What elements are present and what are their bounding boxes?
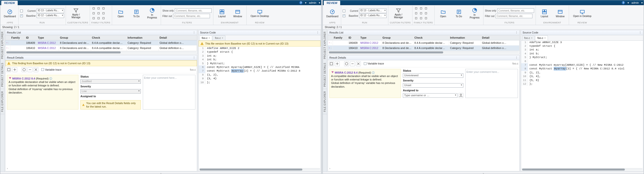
close-icon[interactable]: × [544, 36, 546, 40]
sidebar-tab-1[interactable]: PROJECT DETAILS [323, 61, 327, 89]
layout-button[interactable]: Layout [537, 7, 552, 19]
assigned-add-button[interactable] [458, 93, 463, 98]
family-filter-5[interactable] [424, 11, 428, 16]
results-hscroll[interactable] [6, 51, 196, 53]
family-filter-5[interactable] [101, 11, 106, 16]
family-filter-6[interactable] [414, 16, 418, 21]
todo-button[interactable]: To Do [452, 7, 466, 19]
open-button[interactable]: Open [436, 7, 450, 19]
baseline-checkbox[interactable]: ✓ [343, 15, 345, 17]
current-checkbox[interactable] [343, 10, 345, 12]
family-filter-1[interactable] [419, 6, 423, 11]
open-in-desktop-button[interactable]: Open in Desktop [570, 7, 594, 19]
source-tab[interactable]: foo.c× [200, 36, 212, 40]
family-filter-4[interactable] [96, 11, 101, 16]
source-code-tab[interactable]: Source Code [200, 31, 216, 34]
family-filter-6[interactable] [92, 16, 96, 21]
rule-help-icon[interactable]: ⓘ [50, 77, 52, 80]
open-button[interactable]: Open [114, 7, 128, 19]
details-expand-chevron[interactable]: › [328, 166, 520, 171]
in-progress-button[interactable]: InProgress [145, 7, 159, 19]
help-icon[interactable]: ? [622, 1, 625, 5]
source-hscroll[interactable] [199, 168, 320, 170]
user-label[interactable]: admin [632, 1, 639, 5]
filter-out-input[interactable]: Comment, filename, etc. [496, 14, 532, 18]
close-icon[interactable]: × [531, 36, 533, 40]
user-chevron[interactable]: ▾ [319, 1, 320, 5]
details-tool-4[interactable] [34, 67, 38, 72]
details-tool-4[interactable] [356, 61, 361, 66]
sidebar-tab-2[interactable]: FILE EXPLORER [0, 89, 4, 114]
panel-menu-icon[interactable]: ⋮ [515, 56, 518, 59]
variable-trace-toggle[interactable]: Variable trace [364, 62, 384, 65]
family-filter-7[interactable] [96, 16, 101, 21]
details-tool-1[interactable] [12, 67, 17, 72]
comment-input[interactable]: Enter your comment here... [465, 69, 518, 98]
results-list-tab[interactable]: Results List [329, 31, 344, 34]
family-filter-0[interactable] [92, 6, 96, 11]
in-progress-button[interactable]: InProgress [468, 7, 482, 19]
filter-out-input[interactable]: Comment, filename, etc. [173, 14, 210, 18]
results-row[interactable]: ◦ 186410 MISRA C:2012 8 Declarations and… [328, 46, 520, 51]
help-chevron[interactable]: ▾ [628, 1, 629, 5]
titlebar-tab-review[interactable]: REVIEW [324, 1, 340, 5]
current-run-dropdown[interactable]: ID 13 - Labels Run 2… [359, 9, 387, 13]
sidebar-tab-0[interactable]: PROJECT EXPLORER [323, 30, 327, 61]
current-checkbox[interactable] [20, 10, 23, 12]
panel-menu-icon[interactable]: ⋮ [515, 31, 518, 34]
layout-button[interactable]: Layout [215, 7, 229, 19]
details-tool-0[interactable] [6, 67, 11, 72]
family-filter-3[interactable] [414, 11, 418, 16]
family-filter-0[interactable] [414, 6, 418, 11]
details-tool-1[interactable] [335, 61, 340, 66]
family-filter-1[interactable] [96, 6, 101, 11]
show-only-input[interactable]: Comment, filename, etc. [175, 8, 212, 13]
help-icon[interactable]: ? [299, 1, 302, 5]
details-tool-2[interactable] [22, 67, 26, 72]
rule-help-icon[interactable]: ⓘ [372, 71, 374, 74]
variable-trace-toggle[interactable]: Variable trace [41, 68, 62, 71]
dashboard-button[interactable]: Dashboard [325, 7, 340, 19]
sidebar-tab-2[interactable]: FILE EXPLORER [323, 89, 327, 114]
todo-button[interactable]: To Do [129, 7, 144, 19]
apply-manage-button[interactable]: Apply / Manage [390, 7, 407, 19]
assigned-input[interactable]: Type username or … [403, 93, 457, 98]
close-icon[interactable]: × [209, 36, 210, 40]
baseline-run-dropdown[interactable]: ID 12 - Labels Run 1… [36, 14, 64, 18]
user-label[interactable]: admin [309, 1, 316, 5]
results-row[interactable]: ◦ 186410 MISRA C:2012 8 Declarations and… [6, 46, 197, 51]
help-chevron[interactable]: ▾ [305, 1, 306, 5]
source-tab[interactable]: foo.c× [212, 36, 226, 40]
panel-menu-icon[interactable]: ⋮ [316, 31, 319, 34]
close-icon[interactable]: × [222, 36, 223, 40]
source-code-view[interactable]: 1#define ARRAY_SIZE 22typedef struct {3i… [198, 47, 320, 84]
source-hscroll[interactable] [522, 168, 642, 170]
details-tool-0[interactable] [329, 61, 334, 66]
details-tool-3[interactable] [350, 61, 355, 66]
baseline-checkbox[interactable]: ✓ [20, 15, 23, 17]
family-filter-2[interactable] [101, 6, 106, 11]
resize-handle[interactable]: ⌄ [0, 172, 321, 174]
details-expand-chevron[interactable]: › [6, 166, 197, 171]
family-filter-2[interactable] [424, 6, 428, 11]
family-filter-8[interactable] [424, 16, 428, 21]
family-filter-4[interactable] [419, 11, 423, 16]
results-row[interactable]: ◦ 186409 MISRA C:2012 8 Declarations and… [328, 40, 520, 46]
baseline-run-dropdown[interactable]: ID 12 - Labels Run 1… [359, 14, 387, 18]
show-only-input[interactable]: Comment, filename, etc. [497, 8, 534, 13]
user-chevron[interactable]: ▾ [641, 1, 643, 5]
source-code-tab[interactable]: Source Code [522, 31, 538, 34]
panel-menu-icon[interactable]: ⋮ [639, 31, 642, 34]
dashboard-button[interactable]: Dashboard [3, 7, 17, 19]
source-tab[interactable]: foo.c× [535, 36, 548, 40]
resize-handle[interactable]: ⌄ [323, 172, 644, 174]
sidebar-tab-1[interactable]: PROJECT DETAILS [0, 61, 4, 89]
status-select[interactable]: Unreviewed [403, 73, 463, 78]
apply-manage-button[interactable]: Apply / Manage [67, 7, 84, 19]
family-filter-8[interactable] [101, 16, 106, 21]
results-hscroll[interactable] [328, 51, 519, 53]
details-tool-2[interactable] [344, 61, 349, 66]
current-run-dropdown[interactable]: ID 13 - Labels Run 2… [36, 9, 64, 13]
details-tool-3[interactable] [28, 67, 32, 72]
comment-input[interactable]: Enter your comment here... [143, 75, 196, 109]
